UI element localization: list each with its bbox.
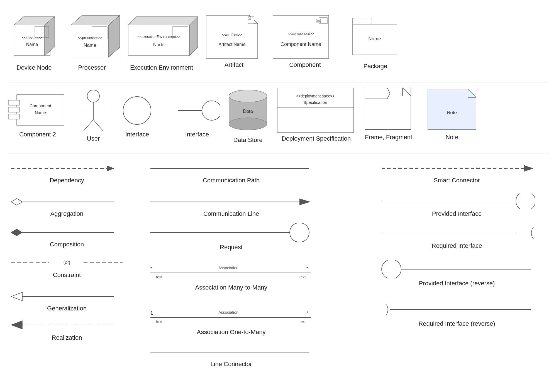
svg-text:*: * (306, 311, 308, 315)
frame-fragment-label: Frame, Fragment (365, 134, 412, 141)
realization-shape (8, 317, 125, 333)
note-shape: Note (428, 89, 476, 131)
svg-text:Node: Node (153, 42, 165, 47)
deployment-spec-shape: <<deployment spec>> Specification (277, 88, 355, 134)
svg-marker-64 (11, 199, 22, 205)
smart-connector-shape (379, 161, 535, 175)
processor-shape: <<processor>> Name (64, 8, 120, 64)
device-node-shape: <<device>> Name (8, 11, 60, 63)
dependency-label: Dependency (8, 177, 125, 184)
svg-text:Name: Name (35, 110, 46, 115)
dependency-shape (8, 161, 125, 175)
svg-text:<<deployment spec>>: <<deployment spec>> (296, 94, 335, 98)
request-shape (148, 223, 315, 242)
svg-text:Component Name: Component Name (281, 41, 321, 47)
svg-marker-66 (11, 229, 22, 236)
svg-text:Association: Association (218, 310, 238, 315)
realization-label: Realization (8, 334, 125, 341)
section-divider-1 (8, 82, 549, 82)
provided-interface-label: Provided Interface (379, 210, 535, 217)
svg-marker-59 (428, 89, 476, 129)
svg-rect-6 (71, 25, 109, 57)
svg-text:Data: Data (243, 109, 253, 114)
data-store-shape: Data (226, 86, 270, 132)
svg-text:Name: Name (26, 42, 38, 47)
svg-marker-76 (299, 199, 311, 205)
svg-marker-62 (107, 166, 114, 171)
smart-connector-label: Smart Connector (379, 177, 535, 184)
svg-marker-71 (11, 292, 22, 301)
package-shape: Name (352, 18, 398, 61)
constraint-shape: {or} (8, 255, 125, 270)
provided-interface-shape (379, 193, 535, 209)
processor-label: Processor (64, 64, 120, 71)
svg-point-50 (229, 118, 267, 130)
svg-rect-28 (317, 21, 321, 23)
assoc-many-many-shape: * * Association text text (148, 258, 315, 283)
component-label: Component (273, 61, 337, 68)
component2-label: Component 2 (8, 131, 67, 138)
interface-lollipop-shape (175, 95, 220, 127)
svg-text:<<artifact>>: <<artifact>> (222, 33, 243, 37)
svg-text:<<executionEnvironment>>: <<executionEnvironment>> (138, 35, 180, 39)
required-interface-shape (379, 226, 535, 241)
section-divider-2 (8, 153, 549, 153)
svg-point-95 (516, 193, 535, 209)
deployment-spec-label: Deployment Specification (277, 135, 355, 142)
svg-text:1: 1 (150, 311, 153, 315)
svg-text:Artifact Name: Artifact Name (219, 42, 246, 47)
interface-circle-shape (121, 95, 153, 127)
communication-line-shape (148, 195, 315, 209)
svg-text:*: * (306, 266, 308, 271)
svg-rect-34 (17, 95, 64, 125)
svg-text:Association: Association (218, 266, 238, 270)
required-interface-rev-label: Required Interface (reverse) (379, 320, 535, 327)
user-label: User (77, 135, 110, 142)
request-label: Request (148, 244, 315, 251)
assoc-one-many-label: Association One-to-Many (148, 329, 315, 336)
required-interface-rev-shape (379, 301, 535, 319)
svg-text:Specification: Specification (303, 100, 327, 105)
assoc-many-many-label: Association Many-to-Many (148, 284, 315, 291)
frame-fragment-shape (365, 88, 412, 131)
svg-text:text: text (156, 275, 162, 279)
artifact-shape: <<artifact>> Artifact Name (206, 15, 262, 60)
component2-shape: Component Name (8, 92, 67, 128)
execution-env-shape: <<executionEnvironment>> Node (123, 11, 201, 63)
svg-text:{or}: {or} (64, 260, 71, 265)
communication-path-shape (148, 161, 315, 175)
svg-rect-35 (8, 100, 19, 105)
svg-point-97 (382, 260, 401, 278)
line-connector-label: Line Connector (148, 361, 315, 368)
assoc-one-many-shape: 1 * Association text text (148, 302, 315, 327)
svg-text:Component: Component (30, 103, 51, 108)
aggregation-label: Aggregation (8, 210, 125, 217)
package-label: Package (352, 63, 398, 70)
svg-text:<<device>>: <<device>> (22, 35, 42, 40)
svg-point-47 (202, 101, 220, 120)
svg-rect-36 (8, 107, 19, 112)
svg-marker-93 (524, 165, 533, 172)
svg-text:text: text (299, 275, 306, 279)
communication-path-label: Communication Path (148, 177, 315, 184)
svg-text:<<component>>: <<component>> (288, 31, 314, 36)
svg-text:Name: Name (368, 36, 381, 41)
communication-line-label: Communication Line (148, 210, 315, 217)
generalization-label: Generalization (8, 305, 125, 312)
svg-rect-12 (128, 25, 189, 56)
interface-lollipop-label: Interface (173, 131, 221, 138)
svg-line-44 (93, 120, 103, 131)
composition-label: Composition (8, 241, 125, 248)
svg-text:Note: Note (447, 110, 457, 115)
svg-rect-57 (365, 88, 411, 129)
svg-text:Name: Name (84, 43, 96, 48)
svg-marker-73 (11, 321, 22, 329)
provided-interface-rev-shape (379, 260, 535, 278)
generalization-shape (8, 290, 125, 303)
svg-marker-13 (128, 17, 198, 25)
diagram-container: <<device>> Name Device Node <<processor>… (0, 0, 556, 392)
svg-text:text: text (299, 319, 306, 324)
user-shape (77, 88, 110, 132)
composition-shape (8, 226, 125, 239)
component-shape: <<component>> Component Name (273, 15, 337, 60)
